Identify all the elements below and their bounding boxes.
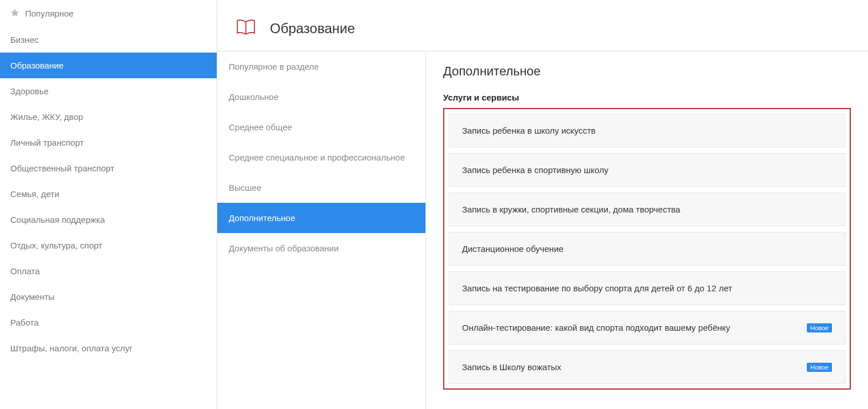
sidebar-item-label: Популярное: [25, 9, 74, 18]
sidebar-item-business[interactable]: Бизнес: [0, 27, 217, 53]
sidebar-item-work[interactable]: Работа: [0, 310, 217, 335]
sidebar-item-popular[interactable]: Популярное: [0, 0, 217, 27]
sidebar-item-label: Работа: [10, 318, 39, 327]
main-area: Образование Популярное в разделе Дошколь…: [217, 0, 868, 409]
service-item-sport-school[interactable]: Запись ребенка в спортивную школу: [449, 153, 845, 187]
page-title: Образование: [270, 21, 355, 37]
subnav-item-preschool[interactable]: Дошкольное: [217, 82, 425, 112]
service-item-distance-learning[interactable]: Дистанционное обучение: [449, 232, 845, 266]
sidebar-item-label: Личный транспорт: [10, 138, 83, 147]
sidebar-item-housing[interactable]: Жилье, ЖКУ, двор: [0, 104, 217, 130]
service-box: Запись ребенка в школу искусств Запись р…: [443, 108, 851, 390]
sidebar-item-social-support[interactable]: Социальная поддержка: [0, 207, 217, 232]
sidebar-item-label: Образование: [10, 61, 63, 70]
sidebar-item-label: Документы: [10, 292, 54, 302]
subnav-item-label: Дошкольное: [229, 92, 278, 102]
subnav-item-label: Среднее общее: [229, 122, 292, 132]
service-item-clubs[interactable]: Запись в кружки, спортивные секции, дома…: [449, 193, 845, 226]
service-item-sport-testing[interactable]: Запись на тестирование по выбору спорта …: [449, 271, 845, 305]
page-header: Образование: [217, 0, 868, 51]
service-label: Запись на тестирование по выбору спорта …: [462, 283, 732, 293]
sidebar-item-label: Здоровье: [10, 86, 49, 96]
sidebar-item-personal-transport[interactable]: Личный транспорт: [0, 130, 217, 155]
subnav-item-higher[interactable]: Высшее: [217, 173, 425, 203]
sidebar-item-label: Бизнес: [10, 35, 38, 45]
sidebar-item-family[interactable]: Семья, дети: [0, 181, 217, 207]
sidebar-item-label: Отдых, культура, спорт: [10, 240, 102, 250]
sidebar-item-leisure[interactable]: Отдых, культура, спорт: [0, 232, 217, 258]
sidebar-item-label: Социальная поддержка: [10, 215, 105, 224]
sidebar-item-fines[interactable]: Штрафы, налоги, оплата услуг: [0, 335, 217, 361]
subnav-item-label: Документы об образовании: [229, 243, 339, 253]
sidebar-item-label: Жилье, ЖКУ, двор: [10, 112, 83, 122]
sub-nav: Популярное в разделе Дошкольное Среднее …: [217, 51, 426, 409]
service-label: Запись ребенка в спортивную школу: [462, 165, 608, 175]
subnav-item-vocational[interactable]: Среднее специальное и профессиональное: [217, 142, 425, 173]
sidebar-item-label: Общественный транспорт: [10, 163, 114, 173]
subnav-item-popular[interactable]: Популярное в разделе: [217, 51, 425, 82]
sidebar-item-payment[interactable]: Оплата: [0, 258, 217, 284]
subnav-item-additional[interactable]: Дополнительное: [217, 203, 425, 233]
sidebar-item-health[interactable]: Здоровье: [0, 78, 217, 104]
service-label: Дистанционное обучение: [462, 244, 563, 254]
service-item-art-school[interactable]: Запись ребенка в школу искусств: [449, 114, 845, 147]
section-title: Дополнительное: [443, 64, 851, 79]
service-label: Запись в Школу вожатых: [462, 362, 562, 372]
sidebar-item-education[interactable]: Образование: [0, 53, 217, 78]
sidebar-item-label: Оплата: [10, 266, 40, 276]
subsection-title: Услуги и сервисы: [443, 93, 851, 102]
subnav-item-education-docs[interactable]: Документы об образовании: [217, 233, 425, 263]
subnav-item-label: Популярное в разделе: [229, 62, 319, 71]
book-icon: [234, 16, 257, 41]
subnav-item-label: Высшее: [229, 183, 261, 193]
subnav-item-secondary[interactable]: Среднее общее: [217, 112, 425, 142]
new-badge: Новое: [807, 323, 832, 332]
sidebar-left: Популярное Бизнес Образование Здоровье Ж…: [0, 0, 217, 409]
service-label: Запись ребенка в школу искусств: [462, 126, 595, 135]
service-item-counselor-school[interactable]: Запись в Школу вожатых Новое: [449, 350, 845, 384]
sidebar-item-label: Семья, дети: [10, 189, 59, 199]
sidebar-item-documents[interactable]: Документы: [0, 284, 217, 310]
sidebar-item-public-transport[interactable]: Общественный транспорт: [0, 155, 217, 181]
content-row: Популярное в разделе Дошкольное Среднее …: [217, 51, 868, 409]
subnav-item-label: Дополнительное: [229, 213, 295, 223]
detail-pane: Дополнительное Услуги и сервисы Запись р…: [426, 51, 868, 409]
subnav-item-label: Среднее специальное и профессиональное: [229, 153, 405, 162]
service-item-online-testing[interactable]: Онлайн-тестирование: какой вид спорта по…: [449, 311, 845, 344]
star-icon: [10, 8, 19, 19]
new-badge: Новое: [807, 363, 832, 372]
service-label: Онлайн-тестирование: какой вид спорта по…: [462, 323, 730, 332]
service-label: Запись в кружки, спортивные секции, дома…: [462, 204, 680, 214]
sidebar-item-label: Штрафы, налоги, оплата услуг: [10, 343, 133, 353]
